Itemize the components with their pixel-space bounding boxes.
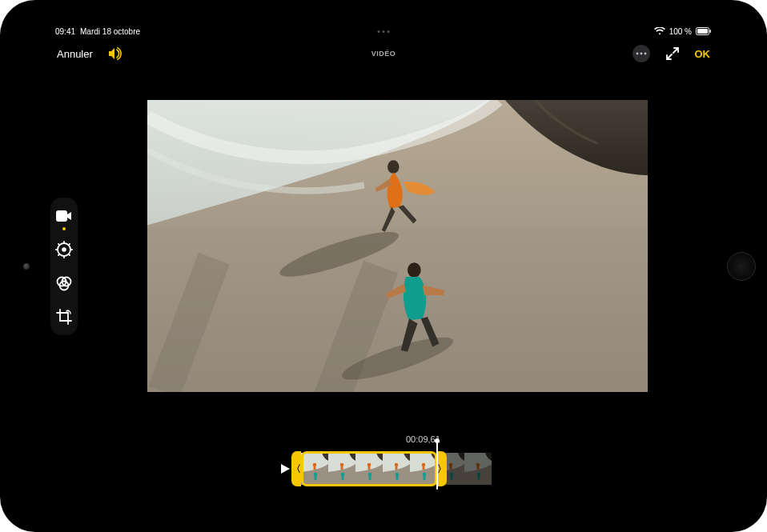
wifi-icon (654, 27, 665, 35)
multitask-indicator (378, 30, 390, 33)
timeline-thumbnail[interactable] (355, 453, 383, 485)
home-button[interactable] (727, 252, 756, 281)
svg-rect-40 (423, 466, 425, 470)
svg-rect-2 (710, 30, 712, 33)
svg-rect-50 (477, 466, 480, 470)
svg-point-8 (62, 247, 66, 252)
timecode-label: 00:09,61 (406, 434, 440, 444)
status-time: 09:41 (55, 27, 75, 36)
timeline-thumbnail[interactable] (301, 453, 328, 485)
svg-rect-42 (424, 475, 426, 480)
tool-crop[interactable] (54, 306, 74, 327)
svg-point-4 (640, 53, 642, 55)
trim-handle-right[interactable]: 〉 (437, 451, 447, 486)
timeline-thumbnail[interactable] (410, 453, 437, 485)
status-bar: 09:41 Mardi 18 octobre 100 % (47, 24, 720, 38)
battery-percentage: 100 % (669, 27, 692, 36)
trim-handle-left[interactable]: 〈 (291, 451, 301, 486)
done-button[interactable]: OK (695, 48, 711, 60)
tool-video[interactable] (54, 206, 74, 226)
timeline-thumbnail[interactable] (464, 453, 492, 485)
active-indicator (62, 227, 66, 230)
svg-rect-30 (368, 466, 371, 470)
more-button[interactable] (632, 45, 650, 62)
svg-rect-25 (341, 466, 343, 470)
timeline-thumbnail[interactable] (328, 453, 355, 485)
svg-rect-27 (342, 475, 344, 480)
frame-strip[interactable]: 〈〉 (301, 453, 492, 485)
fullscreen-icon[interactable] (663, 44, 682, 63)
screen: 09:41 Mardi 18 octobre 100 % Annuler (47, 24, 720, 508)
svg-rect-52 (478, 475, 480, 480)
svg-point-16 (388, 160, 400, 174)
svg-point-3 (636, 53, 638, 55)
timeline-thumbnail[interactable] (383, 453, 410, 485)
svg-rect-32 (369, 475, 371, 480)
tool-filters[interactable] (54, 273, 74, 294)
svg-point-5 (644, 53, 646, 55)
svg-rect-20 (314, 466, 316, 470)
battery-icon (696, 27, 712, 35)
svg-point-17 (408, 262, 421, 278)
status-date: Mardi 18 octobre (80, 27, 140, 36)
ipad-frame: 09:41 Mardi 18 octobre 100 % Annuler (0, 0, 767, 532)
svg-rect-47 (451, 475, 453, 480)
volume-icon[interactable] (106, 44, 125, 63)
svg-rect-1 (697, 29, 708, 34)
svg-rect-45 (450, 466, 452, 470)
tool-adjust[interactable] (54, 239, 74, 260)
mode-title: VIDÉO (371, 50, 396, 58)
cancel-button[interactable]: Annuler (57, 48, 93, 60)
front-camera (23, 263, 30, 270)
editor-top-bar: Annuler VIDÉO OK (47, 42, 720, 66)
svg-rect-22 (315, 475, 317, 480)
timeline: 〈〉 (275, 452, 492, 486)
edit-tool-sidebar (50, 198, 78, 335)
svg-rect-35 (396, 466, 398, 470)
svg-rect-37 (396, 475, 399, 480)
video-preview[interactable] (147, 100, 648, 392)
svg-rect-6 (56, 210, 67, 222)
